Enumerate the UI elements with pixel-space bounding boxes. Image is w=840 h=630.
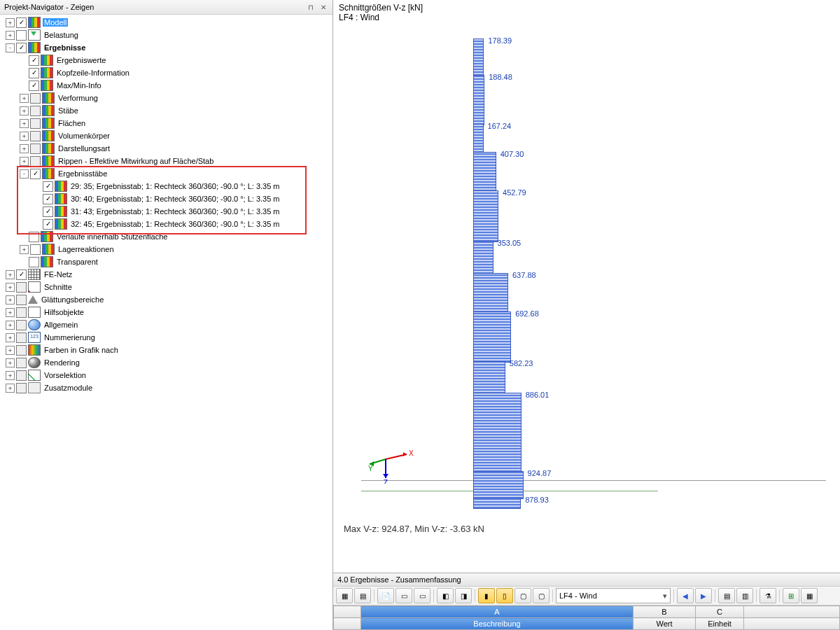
checkbox[interactable] bbox=[43, 219, 53, 230]
expand-icon[interactable]: + bbox=[6, 358, 15, 368]
tree-item[interactable]: Verläufe innerhalb Stützenfläche bbox=[1, 230, 332, 243]
checkbox[interactable] bbox=[43, 206, 53, 217]
expand-icon[interactable]: + bbox=[20, 132, 29, 141]
checkbox[interactable] bbox=[30, 169, 41, 179]
checkbox[interactable] bbox=[16, 307, 27, 318]
col-header-a[interactable]: A bbox=[361, 606, 634, 618]
col-desc[interactable]: Beschreibung bbox=[361, 618, 634, 630]
expand-icon[interactable]: + bbox=[20, 94, 29, 103]
tb-btn-6[interactable]: ◧ bbox=[437, 588, 454, 603]
checkbox[interactable] bbox=[16, 345, 27, 356]
tb-btn-1[interactable]: ▦ bbox=[336, 588, 353, 603]
expand-icon[interactable]: + bbox=[6, 371, 15, 380]
checkbox[interactable] bbox=[16, 43, 27, 53]
tree-item[interactable]: +Rendering bbox=[1, 356, 332, 369]
row-header[interactable] bbox=[334, 618, 361, 630]
tree-item[interactable]: +Allgemein bbox=[1, 318, 332, 331]
excel-export-icon[interactable]: ⊞ bbox=[783, 588, 799, 603]
col-wert[interactable]: Wert bbox=[634, 618, 696, 630]
checkbox[interactable] bbox=[16, 270, 27, 280]
tree-item[interactable]: +Belastung bbox=[1, 29, 332, 41]
checkbox[interactable] bbox=[30, 131, 41, 141]
tree-item[interactable]: +Hilfsobjekte bbox=[1, 306, 332, 318]
checkbox[interactable] bbox=[16, 358, 27, 368]
tree-item[interactable]: +Darstellungsart bbox=[1, 142, 332, 155]
tree-item[interactable]: Kopfzeile-Information bbox=[1, 66, 332, 79]
tree-item[interactable]: +Flächen bbox=[1, 117, 332, 130]
collapse-icon[interactable]: - bbox=[20, 169, 29, 178]
navigator-tree[interactable]: +Modell+Belastung-ErgebnisseErgebniswert… bbox=[0, 15, 332, 630]
tb-btn-2[interactable]: ▤ bbox=[354, 588, 371, 603]
expand-icon[interactable]: + bbox=[6, 295, 15, 304]
tb-btn-10[interactable]: ▢ bbox=[514, 588, 531, 603]
col-header-c[interactable]: C bbox=[696, 606, 744, 618]
checkbox[interactable] bbox=[16, 370, 27, 381]
tree-item[interactable]: +Schnitte bbox=[1, 281, 332, 293]
nav-first-icon[interactable]: ◀ bbox=[677, 588, 694, 603]
expand-icon[interactable]: + bbox=[6, 346, 15, 355]
corner-cell[interactable] bbox=[334, 606, 361, 618]
tb-btn-15[interactable]: ▥ bbox=[736, 588, 753, 603]
tree-item[interactable]: +Zusatzmodule bbox=[1, 382, 332, 394]
tree-item[interactable]: +Stäbe bbox=[1, 104, 332, 117]
checkbox[interactable] bbox=[16, 383, 27, 393]
tree-item[interactable]: 30: 40; Ergebnisstab; 1: Rechteck 360/36… bbox=[1, 192, 332, 205]
tb-btn-11[interactable]: ▢ bbox=[533, 588, 550, 603]
checkbox[interactable] bbox=[16, 18, 27, 28]
expand-icon[interactable]: + bbox=[6, 333, 15, 342]
checkbox[interactable] bbox=[30, 118, 41, 129]
collapse-icon[interactable]: - bbox=[6, 43, 15, 52]
tb-btn-8[interactable]: ▮ bbox=[478, 588, 495, 603]
checkbox[interactable] bbox=[16, 332, 27, 343]
tb-btn-3[interactable]: 📄 bbox=[377, 588, 394, 603]
tree-item[interactable]: +Modell bbox=[1, 16, 332, 29]
expand-icon[interactable]: + bbox=[20, 245, 29, 254]
checkbox[interactable] bbox=[29, 68, 39, 78]
tree-item[interactable]: +Farben in Grafik nach bbox=[1, 344, 332, 356]
loadcase-combo[interactable]: LF4 - Wind bbox=[556, 588, 671, 603]
tree-item[interactable]: -Ergebnisstäbe bbox=[1, 167, 332, 180]
checkbox[interactable] bbox=[16, 320, 27, 330]
viewport-3d[interactable]: Schnittgrößen V-z [kN] LF4 : Wind 178.39… bbox=[333, 0, 840, 573]
checkbox[interactable] bbox=[29, 257, 39, 267]
tree-item[interactable]: Max/Min-Info bbox=[1, 79, 332, 92]
checkbox[interactable] bbox=[29, 55, 39, 66]
tb-btn-4[interactable]: ▭ bbox=[396, 588, 412, 603]
tree-item[interactable]: 29: 35; Ergebnisstab; 1: Rechteck 360/36… bbox=[1, 180, 332, 192]
filter-icon[interactable]: ⚗ bbox=[760, 588, 776, 603]
checkbox[interactable] bbox=[30, 244, 41, 255]
nav-next-icon[interactable]: ▶ bbox=[695, 588, 712, 603]
col-header-b[interactable]: B bbox=[634, 606, 696, 618]
tb-btn-7[interactable]: ◨ bbox=[455, 588, 472, 603]
col-einheit[interactable]: Einheit bbox=[696, 618, 744, 630]
expand-icon[interactable]: + bbox=[6, 321, 15, 330]
checkbox[interactable] bbox=[43, 194, 53, 204]
expand-icon[interactable]: + bbox=[6, 270, 15, 279]
checkbox[interactable] bbox=[16, 295, 27, 305]
tree-item[interactable]: +123Nummerierung bbox=[1, 331, 332, 344]
tree-item[interactable]: 32: 45; Ergebnisstab; 1: Rechteck 360/36… bbox=[1, 218, 332, 230]
tree-item[interactable]: Ergebniswerte bbox=[1, 54, 332, 66]
tb-btn-18[interactable]: ▦ bbox=[801, 588, 818, 603]
close-icon[interactable]: ✕ bbox=[318, 2, 328, 12]
expand-icon[interactable]: + bbox=[6, 308, 15, 317]
results-table[interactable]: A B C Beschreibung Wert Einheit bbox=[333, 606, 840, 630]
checkbox[interactable] bbox=[30, 106, 41, 116]
expand-icon[interactable]: + bbox=[6, 18, 15, 27]
checkbox[interactable] bbox=[16, 30, 27, 41]
tree-item[interactable]: +Volumenkörper bbox=[1, 130, 332, 142]
tree-item[interactable]: +Vorselektion bbox=[1, 369, 332, 382]
pin-icon[interactable]: ⊓ bbox=[306, 2, 316, 12]
expand-icon[interactable]: + bbox=[6, 31, 15, 40]
tb-btn-5[interactable]: ▭ bbox=[414, 588, 430, 603]
checkbox[interactable] bbox=[29, 80, 39, 91]
expand-icon[interactable]: + bbox=[6, 384, 15, 393]
tb-btn-9[interactable]: ▯ bbox=[496, 588, 513, 603]
checkbox[interactable] bbox=[30, 93, 41, 104]
tree-item[interactable]: +Rippen - Effektive Mitwirkung auf Fläch… bbox=[1, 155, 332, 167]
checkbox[interactable] bbox=[30, 156, 41, 167]
checkbox[interactable] bbox=[16, 282, 27, 293]
tree-item[interactable]: +Verformung bbox=[1, 92, 332, 104]
tb-btn-14[interactable]: ▤ bbox=[718, 588, 735, 603]
expand-icon[interactable]: + bbox=[20, 119, 29, 128]
